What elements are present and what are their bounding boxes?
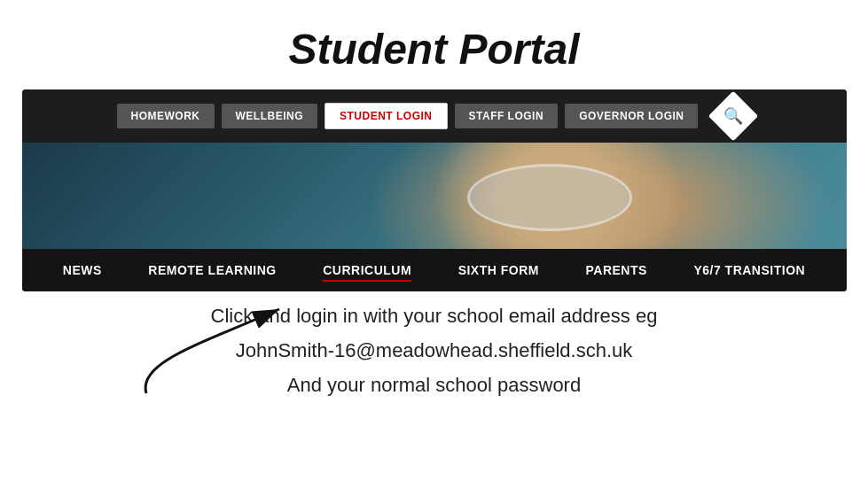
nav-banner: HOMEWORK WELLBEING STUDENT LOGIN STAFF L… bbox=[22, 89, 847, 291]
nav-sixth-form[interactable]: SIXTH FORM bbox=[458, 261, 539, 279]
staff-login-button[interactable]: STAFF LOGIN bbox=[455, 104, 559, 128]
wellbeing-button[interactable]: WELLBEING bbox=[222, 104, 318, 128]
instructions: Click and login in with your school emai… bbox=[0, 300, 868, 405]
governor-login-button[interactable]: GOVERNOR LOGIN bbox=[565, 104, 698, 128]
nav-news[interactable]: NEWS bbox=[63, 261, 102, 279]
bottom-nav: NEWS REMOTE LEARNING CURRICULUM SIXTH FO… bbox=[22, 249, 847, 291]
nav-parents[interactable]: PARENTS bbox=[586, 261, 647, 279]
nav-remote-learning[interactable]: REMOTE LEARNING bbox=[148, 261, 276, 279]
nav-curriculum[interactable]: CURRICULUM bbox=[323, 261, 411, 279]
page-title: Student Portal bbox=[288, 25, 579, 74]
hero-image bbox=[22, 143, 847, 249]
top-nav: HOMEWORK WELLBEING STUDENT LOGIN STAFF L… bbox=[22, 89, 847, 143]
hero-background bbox=[22, 143, 847, 249]
instruction-line1: Click and login in with your school emai… bbox=[35, 300, 833, 331]
homework-button[interactable]: HOMEWORK bbox=[117, 104, 215, 128]
student-login-button[interactable]: STUDENT LOGIN bbox=[325, 103, 448, 129]
nav-y67-transition[interactable]: Y6/7 TRANSITION bbox=[693, 261, 805, 279]
search-button[interactable]: 🔍 bbox=[708, 91, 759, 142]
search-icon: 🔍 bbox=[723, 106, 743, 126]
instruction-line2: JohnSmith-16@meadowhead.sheffield.sch.uk bbox=[35, 335, 833, 366]
instruction-line3: And your normal school password bbox=[35, 369, 833, 400]
